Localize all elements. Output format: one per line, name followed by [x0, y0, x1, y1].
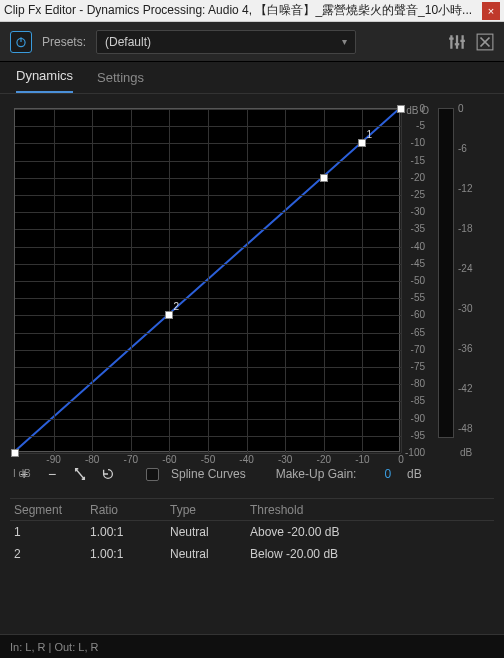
table-header-row: Segment Ratio Type Threshold	[10, 499, 494, 521]
graph-area: dB O I dB -90-80-70-60-50-40-30-20-1000-…	[0, 94, 504, 456]
makeup-gain-value[interactable]: 0	[384, 467, 391, 481]
grid-line-horizontal	[15, 419, 401, 420]
grid-line-horizontal	[15, 453, 401, 454]
y-axis-tick-label: -70	[401, 344, 425, 355]
grid-line-horizontal	[15, 281, 401, 282]
y-axis-tick-label: -65	[401, 327, 425, 338]
grid-line-horizontal	[15, 143, 401, 144]
header-type: Type	[170, 503, 250, 517]
meter-tick-label: -48	[458, 423, 472, 434]
y-axis-tick-label: -60	[401, 309, 425, 320]
x-axis-tick-label: -10	[352, 454, 372, 465]
control-point[interactable]	[397, 105, 405, 113]
grid-line-horizontal	[15, 333, 401, 334]
grid-line-horizontal	[15, 298, 401, 299]
power-toggle-button[interactable]	[10, 31, 32, 53]
y-axis-tick-label: -100	[401, 447, 425, 458]
tab-dynamics[interactable]: Dynamics	[16, 68, 73, 93]
svg-rect-2	[450, 35, 452, 49]
invert-button[interactable]	[72, 466, 88, 482]
io-status: In: L, R | Out: L, R	[10, 641, 98, 653]
grid-line-horizontal	[15, 109, 401, 110]
grid-line-horizontal	[15, 178, 401, 179]
y-axis-tick-label: -35	[401, 223, 425, 234]
x-axis-tick-label: -30	[275, 454, 295, 465]
control-point[interactable]	[165, 311, 173, 319]
chevron-down-icon: ▾	[342, 36, 347, 47]
x-axis-tick-label: -80	[82, 454, 102, 465]
presets-label: Presets:	[42, 35, 86, 49]
spline-curves-label: Spline Curves	[171, 467, 246, 481]
close-icon: ×	[488, 5, 494, 17]
meter-tick-label: -18	[458, 223, 472, 234]
preset-value: (Default)	[105, 35, 151, 49]
effect-toolbar: Presets: (Default) ▾	[0, 22, 504, 62]
grid-line-horizontal	[15, 401, 401, 402]
meter-tick-label: -42	[458, 383, 472, 394]
control-point[interactable]	[320, 174, 328, 182]
y-axis-tick-label: -85	[401, 395, 425, 406]
grid-line-horizontal	[15, 315, 401, 316]
meter-tick-label: -12	[458, 183, 472, 194]
grid-line-horizontal	[15, 229, 401, 230]
grid-line-horizontal	[15, 161, 401, 162]
y-axis-tick-label: -90	[401, 413, 425, 424]
window-titlebar: Clip Fx Editor - Dynamics Processing: Au…	[0, 0, 504, 22]
spline-curves-checkbox[interactable]	[146, 468, 159, 481]
grid-line-horizontal	[15, 247, 401, 248]
window-close-button[interactable]: ×	[482, 2, 500, 20]
cell-threshold: Below -20.00 dB	[250, 547, 494, 561]
sliders-icon	[448, 33, 466, 51]
meter-tick-label: 0	[458, 103, 464, 114]
cell-ratio: 1.00:1	[90, 525, 170, 539]
cell-type: Neutral	[170, 547, 250, 561]
y-axis-tick-label: -75	[401, 361, 425, 372]
grid-line-horizontal	[15, 384, 401, 385]
y-axis-tick-label: -15	[401, 155, 425, 166]
table-row[interactable]: 1 1.00:1 Neutral Above -20.00 dB	[10, 521, 494, 543]
svg-rect-3	[456, 35, 458, 49]
control-point[interactable]	[11, 449, 19, 457]
svg-rect-6	[455, 43, 460, 45]
gain-reduction-meter: 0-6-12-18-24-30-36-42-48 dB	[438, 108, 482, 452]
meter-unit-label: dB	[460, 447, 472, 458]
header-threshold: Threshold	[250, 503, 494, 517]
cell-type: Neutral	[170, 525, 250, 539]
makeup-gain-unit: dB	[407, 467, 422, 481]
y-axis-tick-label: -25	[401, 189, 425, 200]
control-point[interactable]	[358, 139, 366, 147]
swap-icon	[73, 467, 87, 481]
y-axis-tick-label: -40	[401, 241, 425, 252]
x-box-icon	[476, 33, 494, 51]
segments-table: Segment Ratio Type Threshold 1 1.00:1 Ne…	[10, 498, 494, 565]
y-axis-tick-label: -45	[401, 258, 425, 269]
reset-icon	[101, 467, 115, 481]
reset-button[interactable]	[100, 466, 116, 482]
y-axis-tick-label: -10	[401, 137, 425, 148]
cell-threshold: Above -20.00 dB	[250, 525, 494, 539]
grid-line-horizontal	[15, 126, 401, 127]
channel-map-button[interactable]	[448, 33, 466, 51]
grid-line-horizontal	[15, 436, 401, 437]
header-segment: Segment	[10, 503, 90, 517]
cell-ratio: 1.00:1	[90, 547, 170, 561]
y-axis-tick-label: -80	[401, 378, 425, 389]
remove-point-button[interactable]: −	[44, 466, 60, 482]
x-axis-tick-label: -40	[237, 454, 257, 465]
x-axis-tick-label: -20	[314, 454, 334, 465]
grid-line-horizontal	[15, 212, 401, 213]
header-ratio: Ratio	[90, 503, 170, 517]
preset-dropdown[interactable]: (Default) ▾	[96, 30, 356, 54]
input-axis-title: I dB	[13, 468, 31, 479]
dynamics-graph[interactable]: dB O I dB -90-80-70-60-50-40-30-20-1000-…	[14, 108, 400, 452]
minus-icon: −	[48, 466, 56, 482]
meter-tick-label: -6	[458, 143, 467, 154]
meter-tick-label: -30	[458, 303, 472, 314]
svg-rect-7	[460, 39, 465, 41]
x-axis-tick-label: -70	[121, 454, 141, 465]
grid-line-horizontal	[15, 350, 401, 351]
close-panel-button[interactable]	[476, 33, 494, 51]
table-row[interactable]: 2 1.00:1 Neutral Below -20.00 dB	[10, 543, 494, 565]
tab-settings[interactable]: Settings	[97, 70, 144, 93]
meter-tick-label: -24	[458, 263, 472, 274]
